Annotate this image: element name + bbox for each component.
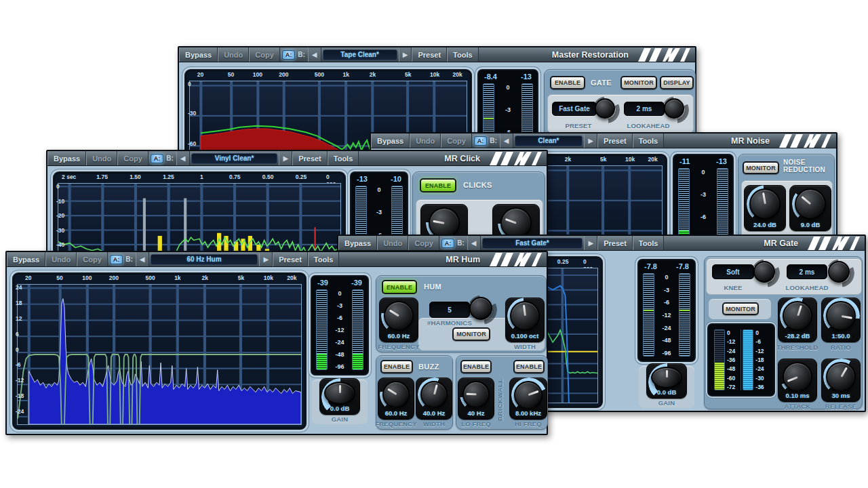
- preset-menu-button[interactable]: Preset: [412, 47, 447, 62]
- buzz-width-knob[interactable]: 40.0 Hz: [416, 378, 452, 420]
- attack-knob[interactable]: 0.10 ms: [778, 359, 817, 402]
- prev-preset-button[interactable]: ◀: [500, 134, 513, 148]
- knob-dial[interactable]: [469, 297, 492, 320]
- undo-button[interactable]: Undo: [86, 151, 117, 165]
- brickwall-lo-enable-button[interactable]: ENABLE: [460, 360, 492, 373]
- preset-menu-button[interactable]: Preset: [292, 151, 328, 165]
- knob-dial[interactable]: [664, 98, 684, 119]
- bypass-button[interactable]: Bypass: [47, 151, 86, 165]
- brickwall-hi-enable-button[interactable]: ENABLE: [513, 360, 545, 373]
- knob-dial[interactable]: [462, 381, 490, 408]
- gate-preset-display[interactable]: Fast Gate: [552, 102, 597, 116]
- brickwall-lo-knob[interactable]: 40 Hz: [458, 378, 494, 420]
- preset-name-field[interactable]: 60 Hz Hum: [151, 254, 258, 265]
- knob-dial[interactable]: [420, 381, 448, 408]
- hum-frequency-knob[interactable]: 60.0 Hz: [379, 298, 418, 342]
- undo-button[interactable]: Undo: [377, 236, 408, 250]
- next-preset-button[interactable]: ▶: [399, 47, 412, 62]
- preset-name-field[interactable]: Tape Clean*: [323, 49, 397, 60]
- prev-preset-button[interactable]: ◀: [467, 236, 481, 250]
- knob-dial[interactable]: [795, 188, 826, 220]
- prev-preset-button[interactable]: ◀: [136, 252, 149, 266]
- knob-dial[interactable]: [595, 98, 615, 119]
- gain-knob[interactable]: 0.0 dB: [319, 378, 360, 415]
- toolbar[interactable]: Bypass Undo Copy A: B: ◀ Fast Gate* ▶ Pr…: [338, 236, 865, 251]
- hum-width-knob[interactable]: 0.100 oct: [505, 298, 545, 342]
- knob-dial[interactable]: [826, 362, 856, 392]
- preset-menu-button[interactable]: Preset: [597, 236, 633, 250]
- gate-enable-button[interactable]: ENABLE: [550, 76, 585, 89]
- knob-dial[interactable]: [749, 188, 781, 220]
- copy-button[interactable]: Copy: [441, 134, 472, 148]
- tools-menu-button[interactable]: Tools: [447, 47, 479, 62]
- bypass-button[interactable]: Bypass: [371, 134, 410, 148]
- next-preset-button[interactable]: ▶: [259, 252, 273, 266]
- ratio-knob[interactable]: 1:50.0: [821, 298, 861, 342]
- copy-button[interactable]: Copy: [77, 252, 108, 266]
- knob-dial[interactable]: [826, 301, 856, 331]
- gate-display-button[interactable]: DISPLAY: [660, 76, 694, 89]
- next-preset-button[interactable]: ▶: [584, 134, 597, 148]
- ab-compare-button[interactable]: A:: [110, 255, 123, 264]
- lookahead-display[interactable]: 2 ms: [787, 264, 827, 279]
- tools-menu-button[interactable]: Tools: [633, 134, 665, 148]
- threshold-knob[interactable]: -28.2 dB: [778, 298, 817, 342]
- prev-preset-button[interactable]: ◀: [308, 47, 321, 62]
- gain-knob[interactable]: 0.0 dB: [646, 363, 687, 399]
- monitor-button[interactable]: MONITOR: [722, 302, 759, 315]
- knob-dial[interactable]: [384, 301, 414, 331]
- undo-button[interactable]: Undo: [218, 47, 249, 62]
- preset-name-field[interactable]: Clean*: [515, 136, 583, 146]
- ab-compare-button[interactable]: A:: [282, 50, 296, 60]
- knob-dial[interactable]: [783, 301, 812, 331]
- knob-dial[interactable]: [651, 367, 682, 388]
- threshold-knob[interactable]: 9.0 dB: [789, 185, 831, 231]
- copy-button[interactable]: Copy: [408, 236, 439, 250]
- knob-dial[interactable]: [382, 381, 410, 408]
- bypass-button[interactable]: Bypass: [179, 47, 218, 62]
- undo-button[interactable]: Undo: [45, 252, 77, 266]
- knee-knob[interactable]: [753, 260, 778, 286]
- release-knob[interactable]: 30 ms: [821, 359, 861, 402]
- buzz-frequency-knob[interactable]: 60.0 Hz: [378, 378, 414, 420]
- next-preset-button[interactable]: ▶: [279, 151, 292, 165]
- hum-enable-button[interactable]: ENABLE: [382, 280, 417, 294]
- bypass-button[interactable]: Bypass: [7, 252, 45, 266]
- amount-knob[interactable]: 24.0 dB: [744, 185, 786, 231]
- knob-dial[interactable]: [753, 261, 775, 283]
- clicks-enable-button[interactable]: ENABLE: [420, 178, 456, 192]
- toolbar[interactable]: Bypass Undo Copy A: B: ◀ Clean* ▶ Preset…: [371, 134, 836, 148]
- tools-menu-button[interactable]: Tools: [633, 236, 665, 250]
- copy-button[interactable]: Copy: [117, 151, 149, 165]
- ab-compare-button[interactable]: A:: [441, 239, 455, 248]
- gate-lookahead-display[interactable]: 2 ms: [624, 102, 665, 116]
- next-preset-button[interactable]: ▶: [584, 236, 597, 250]
- lookahead-knob[interactable]: [827, 260, 853, 286]
- gate-lookahead-knob[interactable]: [663, 98, 688, 122]
- monitor-button[interactable]: MONITOR: [743, 161, 779, 174]
- brickwall-hi-knob[interactable]: 8.00 kHz: [509, 378, 547, 420]
- copy-button[interactable]: Copy: [249, 47, 280, 62]
- prev-preset-button[interactable]: ◀: [176, 151, 190, 165]
- knob-dial[interactable]: [324, 382, 355, 405]
- knob-dial[interactable]: [514, 381, 542, 409]
- toolbar[interactable]: Bypass Undo Copy A: B: ◀ 60 Hz Hum ▶ Pre…: [7, 252, 547, 267]
- undo-button[interactable]: Undo: [410, 134, 441, 148]
- toolbar[interactable]: Bypass Undo Copy A: B: ◀ Vinyl Clean* ▶ …: [47, 151, 547, 166]
- tools-menu-button[interactable]: Tools: [328, 151, 359, 165]
- gate-preset-knob[interactable]: [594, 98, 618, 122]
- tools-menu-button[interactable]: Tools: [308, 252, 340, 266]
- bypass-button[interactable]: Bypass: [338, 236, 377, 250]
- hum-monitor-button[interactable]: MONITOR: [452, 327, 490, 341]
- ab-compare-button[interactable]: A:: [474, 136, 488, 146]
- knob-dial[interactable]: [783, 362, 812, 392]
- knob-dial[interactable]: [510, 301, 540, 331]
- knee-display[interactable]: Soft: [712, 264, 754, 279]
- preset-menu-button[interactable]: Preset: [273, 252, 308, 266]
- toolbar[interactable]: Bypass Undo Copy A: B: ◀ Tape Clean* ▶ P…: [179, 47, 695, 62]
- gate-monitor-button[interactable]: MONITOR: [620, 76, 657, 89]
- preset-menu-button[interactable]: Preset: [597, 134, 633, 148]
- buzz-enable-button[interactable]: ENABLE: [380, 360, 413, 373]
- knob-dial[interactable]: [828, 261, 850, 283]
- preset-name-field[interactable]: Fast Gate*: [482, 238, 583, 249]
